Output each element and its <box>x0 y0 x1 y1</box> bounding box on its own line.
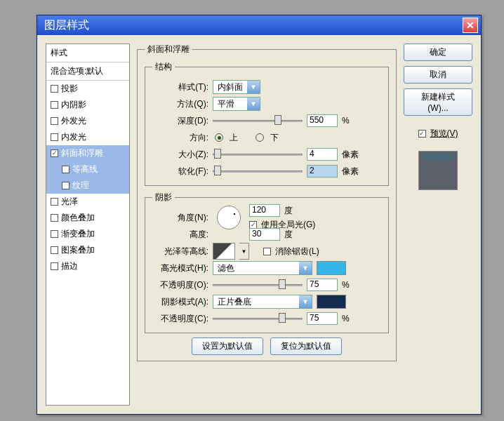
effect-checkbox[interactable] <box>62 182 69 189</box>
chevron-down-icon: ▼ <box>299 295 312 308</box>
effect-checkbox[interactable] <box>51 246 58 254</box>
soften-slider[interactable] <box>213 169 303 173</box>
preview-checkbox[interactable]: ✓ <box>418 130 426 138</box>
shadow-mode-label: 阴影模式(A): <box>152 296 208 308</box>
highlight-color-swatch[interactable] <box>317 261 346 275</box>
preview-label: 预览(V) <box>430 128 458 140</box>
section-title: 斜面和浮雕 <box>145 44 192 55</box>
sidebar-item-0[interactable]: 投影 <box>46 81 129 97</box>
style-select[interactable]: 内斜面 ▼ <box>213 80 260 94</box>
sidebar-item-8[interactable]: 颜色叠加 <box>46 210 129 226</box>
style-label: 样式(T): <box>152 81 208 93</box>
contour-label: 光泽等高线: <box>152 246 208 258</box>
new-style-button[interactable]: 新建样式(W)... <box>404 88 472 116</box>
effect-checkbox[interactable] <box>51 214 58 222</box>
global-light-checkbox[interactable]: ✓ <box>249 221 257 229</box>
preview-swatch <box>418 151 458 190</box>
altitude-input[interactable]: 30 <box>249 228 280 241</box>
effect-checkbox[interactable] <box>51 198 58 206</box>
shadow-color-swatch[interactable] <box>317 295 346 309</box>
effect-checkbox[interactable] <box>51 101 58 109</box>
shadow-opacity-slider[interactable] <box>213 316 303 321</box>
highlight-opacity-label: 不透明度(O): <box>152 279 208 291</box>
direction-down-radio[interactable] <box>256 133 264 142</box>
chevron-down-icon: ▼ <box>247 81 260 93</box>
direction-label: 方向: <box>152 132 208 144</box>
structure-group: 结构 样式(T): 内斜面 ▼ 方法(Q): 平滑 ▼ <box>145 61 389 186</box>
angle-dial[interactable] <box>217 206 241 229</box>
highlight-opacity-slider[interactable] <box>213 283 303 287</box>
sidebar-item-5[interactable]: 等高线 <box>46 161 129 178</box>
sidebar-item-6[interactable]: 纹理 <box>46 178 129 194</box>
effect-checkbox[interactable] <box>51 133 58 141</box>
action-column: 确定 取消 新建样式(W)... ✓ 预览(V) <box>404 44 472 406</box>
size-slider[interactable] <box>213 152 303 156</box>
depth-slider[interactable] <box>213 119 303 123</box>
angle-label: 角度(N): <box>152 212 208 224</box>
sidebar-item-1[interactable]: 内阴影 <box>46 97 129 113</box>
effect-checkbox[interactable] <box>62 166 69 173</box>
shadow-opacity-input[interactable]: 75 <box>307 312 338 325</box>
sidebar-header[interactable]: 样式 <box>46 44 129 62</box>
layer-style-dialog: 图层样式 ✕ 样式 混合选项:默认 投影内阴影外发光内发光✓斜面和浮雕等高线纹理… <box>37 15 482 415</box>
reset-default-button[interactable]: 复位为默认值 <box>270 338 342 355</box>
depth-input[interactable]: 550 <box>307 114 338 127</box>
sidebar-item-label: 描边 <box>61 260 78 272</box>
effect-checkbox[interactable]: ✓ <box>51 149 58 157</box>
sidebar-item-7[interactable]: 光泽 <box>46 194 129 210</box>
effect-checkbox[interactable] <box>51 117 58 125</box>
sidebar-item-label: 颜色叠加 <box>61 212 95 224</box>
depth-label: 深度(D): <box>152 115 208 127</box>
shading-group: 阴影 角度(N): 120 度 ✓ 使用全局光(G) <box>145 192 389 333</box>
unit-px: 像素 <box>342 166 359 178</box>
sidebar-item-10[interactable]: 图案叠加 <box>46 242 129 258</box>
ok-button[interactable]: 确定 <box>404 44 472 61</box>
sidebar-item-label: 内阴影 <box>61 99 86 111</box>
sidebar-item-2[interactable]: 外发光 <box>46 113 129 129</box>
method-select[interactable]: 平滑 ▼ <box>213 97 260 111</box>
highlight-mode-select[interactable]: 滤色 ▼ <box>213 261 312 275</box>
direction-up-radio[interactable] <box>215 133 223 142</box>
sidebar-item-label: 图案叠加 <box>61 244 95 256</box>
down-label: 下 <box>270 132 279 144</box>
sidebar-item-9[interactable]: 渐变叠加 <box>46 226 129 242</box>
sidebar-item-label: 渐变叠加 <box>61 228 95 240</box>
sidebar-item-label: 等高线 <box>72 163 98 175</box>
cancel-button[interactable]: 取消 <box>404 66 472 83</box>
antialias-label: 消除锯齿(L) <box>275 246 319 258</box>
unit-percent: % <box>342 314 350 323</box>
effect-checkbox[interactable] <box>51 230 58 238</box>
sidebar-item-11[interactable]: 描边 <box>46 258 129 274</box>
soften-input[interactable]: 2 <box>307 165 338 178</box>
close-button[interactable]: ✕ <box>463 18 478 33</box>
sidebar-blending[interactable]: 混合选项:默认 <box>46 62 129 81</box>
sidebar-item-label: 斜面和浮雕 <box>61 147 103 159</box>
unit-px: 像素 <box>342 149 359 161</box>
sidebar-item-3[interactable]: 内发光 <box>46 129 129 145</box>
angle-input[interactable]: 120 <box>249 204 280 217</box>
soften-label: 软化(F): <box>152 166 208 178</box>
structure-legend: 结构 <box>152 61 175 73</box>
chevron-down-icon: ▼ <box>247 98 260 110</box>
unit-deg: 度 <box>284 205 293 217</box>
contour-dropdown[interactable]: ▼ <box>239 243 249 260</box>
shadow-mode-select[interactable]: 正片叠底 ▼ <box>213 295 312 309</box>
up-label: 上 <box>230 132 238 144</box>
styles-sidebar: 样式 混合选项:默认 投影内阴影外发光内发光✓斜面和浮雕等高线纹理光泽颜色叠加渐… <box>46 44 130 406</box>
titlebar: 图层样式 ✕ <box>37 15 481 35</box>
highlight-mode-label: 高光模式(H): <box>152 262 208 274</box>
size-input[interactable]: 4 <box>307 148 338 161</box>
sidebar-item-label: 纹理 <box>72 180 89 192</box>
sidebar-item-label: 内发光 <box>61 131 86 143</box>
unit-percent: % <box>342 116 350 126</box>
unit-percent: % <box>342 280 350 290</box>
contour-picker[interactable] <box>213 243 235 260</box>
sidebar-item-4[interactable]: ✓斜面和浮雕 <box>46 145 129 161</box>
highlight-opacity-input[interactable]: 75 <box>307 279 338 291</box>
altitude-label: 高度: <box>152 229 208 241</box>
size-label: 大小(Z): <box>152 149 208 161</box>
set-default-button[interactable]: 设置为默认值 <box>192 338 263 355</box>
antialias-checkbox[interactable] <box>263 248 271 255</box>
effect-checkbox[interactable] <box>51 262 58 270</box>
effect-checkbox[interactable] <box>51 85 58 93</box>
